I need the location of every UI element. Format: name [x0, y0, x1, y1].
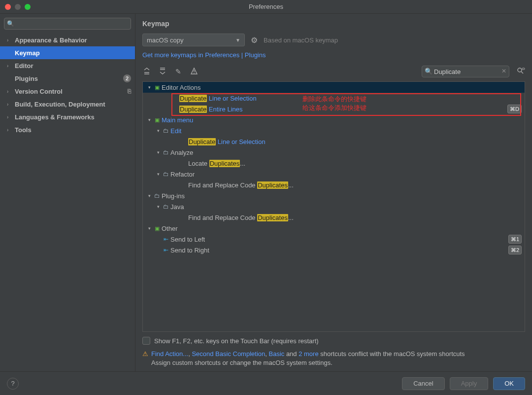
- tree-row[interactable]: ▾🗀Edit: [143, 125, 525, 136]
- action-search: 🔍 ✕: [422, 66, 509, 77]
- help-button[interactable]: ?: [7, 378, 19, 390]
- disclosure-icon: ▾: [146, 85, 153, 90]
- tree-label: Analyze: [170, 149, 193, 156]
- apply-button[interactable]: Apply: [450, 377, 489, 390]
- sidebar-list: ›Appearance & BehaviorKeymap›EditorPlugi…: [0, 34, 135, 371]
- gear-icon[interactable]: ⚙: [251, 36, 258, 45]
- disclosure-icon: ▾: [155, 172, 162, 177]
- svg-line-3: [521, 72, 523, 73]
- tree-row[interactable]: ▾🗀Refactor: [143, 169, 525, 180]
- actions-tree[interactable]: ▾▣Editor ActionsDuplicate Line or Select…: [142, 81, 525, 332]
- tree-label: Other: [162, 225, 178, 232]
- sidebar-search-input[interactable]: [4, 18, 131, 30]
- disclosure-icon: ▾: [146, 193, 153, 198]
- conflict-line2: Assign custom shortcuts or change the ma…: [151, 359, 332, 366]
- window-title: Preferences: [0, 3, 532, 10]
- tree-row[interactable]: ▾🗀Analyze: [143, 147, 525, 158]
- svg-rect-4: [522, 68, 525, 70]
- collapse-all-icon[interactable]: [158, 67, 167, 76]
- footer: ? Cancel Apply OK: [0, 371, 532, 395]
- disclosure-icon: ▾: [146, 226, 153, 231]
- edit-icon[interactable]: ✎: [174, 68, 183, 75]
- tree-label: Locate Duplicates...: [188, 160, 245, 167]
- tree-row[interactable]: Duplicate Entire Lines⌘D: [143, 104, 525, 114]
- tree-row[interactable]: ▾▣Editor Actions: [143, 82, 525, 93]
- sidebar-item[interactable]: ›Version Control⎘: [0, 85, 135, 98]
- sidebar-search: 🔍: [4, 18, 131, 30]
- sidebar-item-label: Appearance & Behavior: [15, 36, 87, 44]
- right-pane: Keymap macOS copy ▼ ⚙ Based on macOS key…: [135, 14, 532, 371]
- conflict-link-1[interactable]: Find Action...: [151, 350, 188, 358]
- tree-row[interactable]: ▾▣Main menu: [143, 114, 525, 125]
- chevron-right-icon: ›: [7, 102, 13, 107]
- folder-icon: 🗀: [153, 192, 162, 199]
- clear-icon[interactable]: ✕: [501, 68, 506, 74]
- tree-row[interactable]: ⇤Send to Right⌘2: [143, 245, 525, 255]
- search-icon: 🔍: [425, 68, 432, 75]
- group-icon: ▣: [153, 117, 162, 123]
- window-controls: [5, 4, 31, 10]
- tree-row[interactable]: Find and Replace Code Duplicates...: [143, 212, 525, 223]
- touchbar-checkbox[interactable]: Show F1, F2, etc. keys on the Touch Bar …: [142, 337, 525, 345]
- sidebar-item[interactable]: ›Appearance & Behavior: [0, 34, 135, 46]
- svg-point-1: [194, 72, 195, 73]
- tree-row[interactable]: Locate Duplicates...: [143, 158, 525, 169]
- expand-all-icon[interactable]: [142, 67, 151, 76]
- sidebar-item-label: Plugins: [15, 75, 38, 82]
- shortcut-badge: ⌘2: [508, 246, 522, 254]
- chevron-right-icon: ›: [7, 63, 13, 69]
- disclosure-icon: ▾: [155, 150, 162, 155]
- minimize-icon[interactable]: [15, 4, 21, 10]
- tree-row[interactable]: ⇤Send to Left⌘1: [143, 234, 525, 245]
- tree-label: Duplicate Line or Selection: [179, 95, 257, 102]
- find-by-shortcut-icon[interactable]: [516, 67, 525, 77]
- tree-row[interactable]: ▾🗀Plug-ins: [143, 190, 525, 201]
- conflict-link-2[interactable]: Second Basic Completion: [192, 350, 265, 358]
- tree-label: Java: [170, 203, 184, 211]
- ok-button[interactable]: OK: [493, 377, 525, 390]
- badge: 2: [123, 74, 131, 82]
- sidebar-item-label: Build, Execution, Deployment: [15, 101, 105, 108]
- options-area: Show F1, F2, etc. keys on the Touch Bar …: [135, 332, 532, 348]
- conflict-more-link[interactable]: 2 more: [299, 350, 318, 358]
- get-more-keymaps-link[interactable]: Get more keymaps in Preferences | Plugin…: [135, 49, 532, 64]
- tree-row[interactable]: ▾🗀Java: [143, 201, 525, 212]
- sidebar-item[interactable]: ›Build, Execution, Deployment: [0, 98, 135, 110]
- tree-row[interactable]: Duplicate Line or Selection: [143, 93, 525, 104]
- action-icon: ⇤: [162, 247, 170, 253]
- tree-label: Plug-ins: [162, 192, 185, 200]
- touchbar-checkbox-input[interactable]: [142, 337, 150, 345]
- tree-row[interactable]: Duplicate Line or Selection: [143, 136, 525, 147]
- sidebar-item-label: Version Control: [15, 88, 63, 95]
- tree-label: Find and Replace Code Duplicates...: [188, 181, 294, 189]
- close-icon[interactable]: [5, 4, 11, 10]
- tree-label: Edit: [170, 127, 181, 135]
- chevron-down-icon: ▼: [235, 37, 240, 43]
- tree-row[interactable]: ▾▣Other: [143, 223, 525, 234]
- project-scope-icon: ⎘: [128, 88, 131, 95]
- disclosure-icon: ▾: [155, 204, 162, 209]
- keymap-dropdown[interactable]: macOS copy ▼: [142, 34, 245, 46]
- maximize-icon[interactable]: [25, 4, 31, 10]
- conflict-link-3[interactable]: Basic: [268, 350, 284, 358]
- warning-icon[interactable]: [190, 67, 199, 76]
- sidebar-item[interactable]: Keymap: [0, 46, 135, 59]
- action-search-input[interactable]: [422, 66, 509, 77]
- toolbar: ✎ 🔍 ✕: [135, 64, 532, 81]
- search-icon: 🔍: [7, 20, 14, 27]
- folder-icon: 🗀: [162, 203, 170, 210]
- tree-label: Refactor: [170, 171, 195, 178]
- folder-icon: 🗀: [162, 171, 170, 178]
- tree-label: Duplicate Entire Lines: [179, 106, 242, 113]
- tree-row[interactable]: Find and Replace Code Duplicates...: [143, 180, 525, 190]
- tree-label: Send to Left: [170, 236, 205, 243]
- sidebar-item-label: Keymap: [15, 49, 40, 57]
- sidebar-item[interactable]: Plugins2: [0, 72, 135, 85]
- warning-triangle-icon: ⚠: [142, 350, 148, 367]
- touchbar-checkbox-label: Show F1, F2, etc. keys on the Touch Bar …: [154, 337, 319, 345]
- sidebar-item[interactable]: ›Editor: [0, 59, 135, 72]
- keymap-dropdown-value: macOS copy: [147, 36, 183, 44]
- sidebar-item[interactable]: ›Languages & Frameworks: [0, 110, 135, 123]
- cancel-button[interactable]: Cancel: [402, 377, 444, 390]
- sidebar-item[interactable]: ›Tools: [0, 123, 135, 136]
